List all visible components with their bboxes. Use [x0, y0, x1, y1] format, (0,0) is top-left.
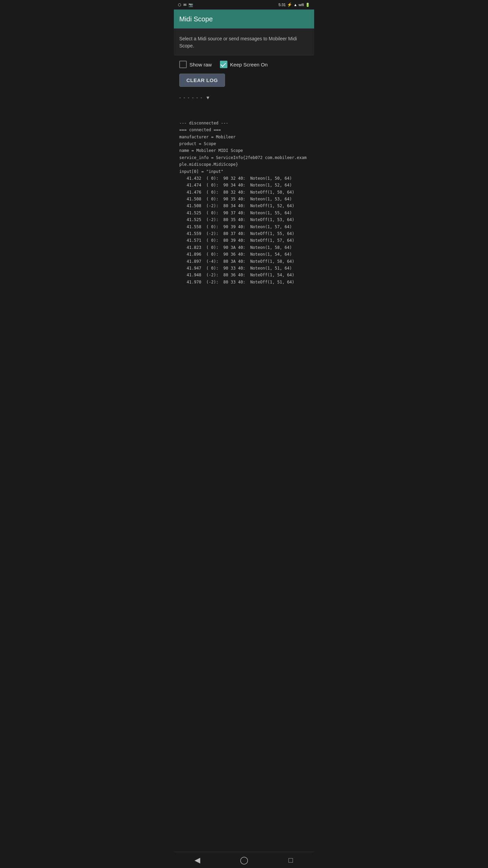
source-dropdown[interactable]: - - - - - - ▼ [179, 95, 309, 100]
log-line: manufacturer = Mobileer [179, 134, 309, 140]
title-bar: Midi Scope [174, 9, 314, 28]
status-bar-left: ⬡ ✉ 📷 [178, 3, 193, 7]
show-raw-checkbox[interactable]: Show raw [179, 61, 212, 68]
log-line: 41.525 (-2): 80 35 40: NoteOff(1, 53, 64… [179, 216, 309, 223]
log-line: 41.558 ( 0): 90 39 40: Noteon(1, 57, 64) [179, 223, 309, 230]
log-line: 41.432 ( 0): 90 32 40: Noteon(1, 50, 64) [179, 175, 309, 182]
show-raw-label: Show raw [189, 62, 212, 67]
log-line: === connected === [179, 126, 309, 133]
log-line: name = Mobileer MIDI Scope [179, 147, 309, 154]
log-line: 41.525 ( 0): 90 37 40: Noteon(1, 55, 64) [179, 210, 309, 216]
signal-icon: ▲ [293, 3, 297, 7]
log-output: --- disconnected ---=== connected ===man… [174, 103, 314, 298]
android-icon: ⬡ [178, 3, 181, 7]
status-bar-right: 5:31 ⚡ ▲ wifi 🔋 [279, 2, 310, 7]
log-line: 41.896 ( 0): 90 36 40: Noteon(1, 54, 64) [179, 251, 309, 258]
show-raw-box[interactable] [179, 61, 187, 68]
log-line: input[0] = "input" [179, 168, 309, 175]
dropdown-section: - - - - - - ▼ [174, 92, 314, 103]
subtitle-section: Select a Midi source or send messages to… [174, 28, 314, 55]
log-line: service_info = ServiceInfo{2feb072 com.m… [179, 154, 309, 168]
log-line: 41.508 (-2): 80 34 40: NoteOff(1, 52, 64… [179, 202, 309, 209]
log-line: 41.948 (-2): 80 36 40: NoteOff(1, 54, 64… [179, 272, 309, 278]
log-line: --- disconnected --- [179, 120, 309, 126]
log-line: 41.559 (-2): 80 37 40: NoteOff(1, 55, 64… [179, 230, 309, 237]
log-line: 41.476 ( 0): 80 32 40: NoteOff(1, 50, 64… [179, 189, 309, 196]
log-line: 41.508 ( 0): 90 35 40: Noteon(1, 53, 64) [179, 196, 309, 202]
wifi-icon: wifi [299, 3, 304, 7]
log-line: 41.947 ( 0): 90 33 40: Noteon(1, 51, 64) [179, 265, 309, 272]
log-line: 41.823 ( 0): 90 3A 40: Noteon(1, 58, 64) [179, 244, 309, 251]
dropdown-dashes: - - - - - - [179, 95, 203, 100]
status-time: 5:31 [279, 3, 286, 7]
controls-section: Show raw Keep Screen On CLEAR LOG [174, 55, 314, 92]
log-line: 41.571 ( 0): 80 39 40: NoteOff(1, 57, 64… [179, 237, 309, 244]
status-bar: ⬡ ✉ 📷 5:31 ⚡ ▲ wifi 🔋 [174, 0, 314, 9]
clear-log-button[interactable]: CLEAR LOG [179, 74, 225, 87]
log-container: --- disconnected ---=== connected ===man… [179, 120, 309, 285]
log-line: 41.474 ( 0): 90 34 40: Noteon(1, 52, 64) [179, 182, 309, 189]
keep-screen-on-box[interactable] [220, 61, 227, 68]
log-line: product = Scope [179, 140, 309, 147]
app-title: Midi Scope [179, 15, 213, 23]
checkbox-row: Show raw Keep Screen On [179, 61, 309, 68]
keep-screen-on-label: Keep Screen On [230, 62, 268, 67]
bluetooth-icon: ⚡ [287, 2, 292, 7]
keep-screen-on-checkbox[interactable]: Keep Screen On [220, 61, 268, 68]
photo-icon: 📷 [188, 3, 193, 7]
chevron-down-icon: ▼ [205, 95, 210, 100]
log-line: 41.970 (-2): 80 33 40: NoteOff(1, 51, 64… [179, 279, 309, 285]
message-icon: ✉ [183, 3, 186, 7]
battery-icon: 🔋 [305, 3, 310, 7]
log-line: 41.897 (-4): 80 3A 40: NoteOff(1, 58, 64… [179, 258, 309, 265]
subtitle-text: Select a Midi source or send messages to… [179, 35, 309, 50]
